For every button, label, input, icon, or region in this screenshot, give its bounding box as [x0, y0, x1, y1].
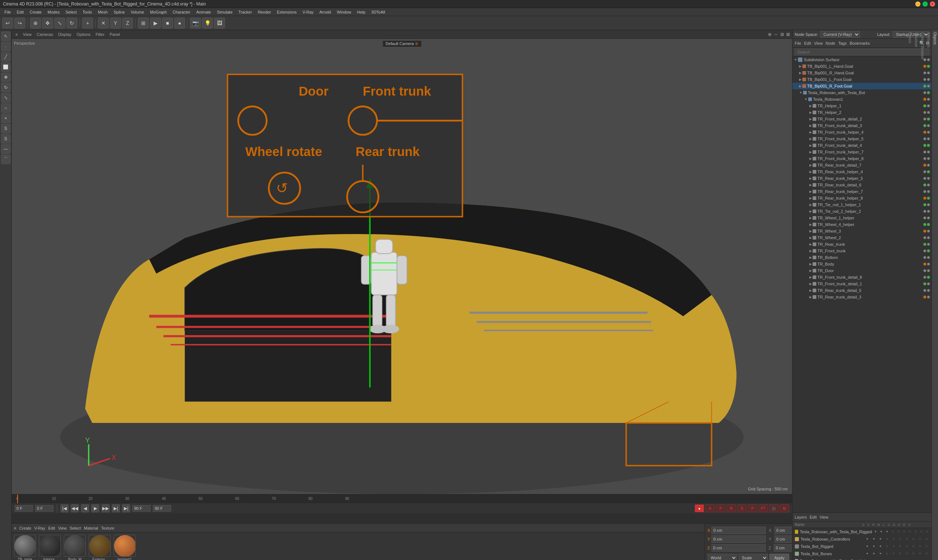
tree-item[interactable]: ▶TR_Body [793, 261, 932, 268]
node-space-select[interactable]: Current (V-Ray) [820, 31, 860, 38]
menu-extensions[interactable]: Extensions [274, 9, 299, 15]
menu-3dtoall[interactable]: 3DToAll [369, 9, 388, 15]
tree-item[interactable]: ▶TR_Wheel_4_helper [793, 221, 932, 228]
y-button[interactable]: Y [110, 18, 121, 29]
tree-item[interactable]: ▶TR_Bottom [793, 254, 932, 261]
motion-key-btn[interactable]: M [780, 504, 789, 512]
tree-item[interactable]: ▶TR_Rear_trunk_helper_5 [793, 175, 932, 182]
tree-item[interactable]: ▶TB_Bip001_L_Foot.Goal [793, 76, 932, 83]
tree-item[interactable]: ▶TR_Wheel_3 [793, 228, 932, 234]
menu-render[interactable]: Render [255, 9, 274, 15]
tree-item[interactable]: ▶TR_Door [793, 268, 932, 274]
end-frame-field[interactable] [132, 505, 151, 512]
menu-simulate[interactable]: Simulate [214, 9, 236, 15]
world-select[interactable]: World [707, 554, 737, 560]
menu-tracker[interactable]: Tracker [236, 9, 255, 15]
record-button[interactable]: ● [174, 18, 185, 29]
pt-key-btn[interactable]: PT [758, 504, 768, 512]
coord-z-field[interactable] [711, 544, 766, 552]
pos-key-btn[interactable]: P [716, 504, 725, 512]
coord-y-field[interactable] [711, 535, 766, 543]
menu-mograph[interactable]: MoGraph [147, 9, 170, 15]
tree-item[interactable]: ▶TR_Wheel_2 [793, 234, 932, 241]
mat-menu-btn[interactable]: ≡ [14, 526, 16, 530]
material-item-2[interactable]: Interior_ [39, 535, 61, 560]
camera-button[interactable]: 📷 [190, 18, 201, 29]
tree-item[interactable]: ▶TR_Rear_trunk_detail_3 [793, 294, 932, 300]
move-button[interactable]: ✥ [42, 18, 53, 29]
tree-item[interactable]: ▶TR_Front_trunk_helper_4 [793, 129, 932, 135]
left-select-btn[interactable]: ↖ [1, 31, 11, 41]
tree-item[interactable]: ▶TR_Front_trunk_helper_5 [793, 135, 932, 142]
play-btn[interactable]: ▶ [91, 504, 99, 512]
material-item-3[interactable]: Body_M [64, 535, 86, 560]
coord-x-field[interactable] [711, 527, 766, 534]
tree-item[interactable]: ▶TR_Rear_trunk_helper_4 [793, 168, 932, 175]
tree-item[interactable]: ▶TR_Tie_rod_1_helper_1 [793, 202, 932, 208]
end-frame-field2[interactable] [153, 505, 171, 512]
mat-select-btn[interactable]: Select [69, 526, 81, 530]
mat-vray-btn[interactable]: V-Ray [34, 526, 45, 530]
tree-item[interactable]: ▶TR_Tie_rod_2_helper_2 [793, 208, 932, 215]
menu-create[interactable]: Create [27, 9, 45, 15]
tree-item[interactable]: ▶TR_Helper_1 [793, 103, 932, 109]
current-frame-field[interactable] [15, 505, 33, 512]
vtab-objects[interactable]: Objects [932, 30, 938, 560]
left-s2-btn[interactable]: S [1, 134, 11, 143]
scale-select[interactable]: Scale [739, 554, 768, 560]
menu-help[interactable]: Help [354, 9, 369, 15]
tree-item[interactable]: ▶TR_Front_trunk [793, 248, 932, 254]
left-rotate-btn[interactable]: ↻ [1, 83, 11, 92]
render-button[interactable]: 🖼 [214, 18, 225, 29]
left-edge-btn[interactable]: ╱ [1, 52, 11, 62]
tree-item[interactable]: ▼Tesla_Robovan_with_Tesla_Bot [793, 89, 932, 96]
apply-button[interactable]: Apply [769, 554, 789, 560]
menu-character[interactable]: Character [170, 9, 193, 15]
prev-frame-btn[interactable]: ◀◀ [71, 504, 79, 512]
material-item-1[interactable]: TB_tesla [14, 535, 36, 560]
menu-v-ray[interactable]: V-Ray [299, 9, 316, 15]
tree-item[interactable]: ▶TR_Helper_2 [793, 109, 932, 116]
menu-tools[interactable]: Tools [80, 9, 95, 15]
menu-file[interactable]: File [2, 9, 14, 15]
tree-item[interactable]: ▶TR_Rear_trunk_helper_8 [793, 195, 932, 202]
ot-node-btn[interactable]: Node [825, 41, 835, 45]
tree-root-item[interactable]: ▼ Subdivision Surface [793, 56, 932, 63]
menu-spline[interactable]: Spline [111, 9, 128, 15]
tree-item[interactable]: ▶TR_Front_trunk_helper_7 [793, 149, 932, 155]
cam-key-btn[interactable]: 🎥 [769, 504, 779, 512]
tree-item[interactable]: ▼Tesla_Robovan1 [793, 96, 932, 103]
goto-start-btn[interactable]: |◀ [60, 504, 69, 512]
left-poly-btn[interactable]: ⬜ [1, 62, 11, 72]
mat-edit-btn[interactable]: Edit [48, 526, 55, 530]
tree-item[interactable]: ▶TB_Bip001_R_Foot.Goal [793, 83, 932, 89]
ot-edit-btn[interactable]: Edit [804, 41, 811, 45]
tree-item[interactable]: ▶TR_Rear_trunk_helper_7 [793, 188, 932, 195]
stop-button[interactable]: ■ [162, 18, 173, 29]
tree-item[interactable]: ▶TR_Front_trunk_detail_3 [793, 122, 932, 129]
left-cam-btn[interactable]: S [1, 124, 11, 133]
tree-item[interactable]: ▶TR_Front_trunk_detail_1 [793, 280, 932, 287]
menu-edit[interactable]: Edit [14, 9, 27, 15]
ot-tags-btn[interactable]: Tags [838, 41, 847, 45]
mat-create-btn[interactable]: Create [19, 526, 31, 530]
vt-options-btn[interactable]: Options [75, 32, 92, 37]
mat-texture-btn[interactable]: Texture [101, 526, 114, 530]
menu-window[interactable]: Window [334, 9, 354, 15]
param-key-btn[interactable]: P [748, 504, 757, 512]
menu-select[interactable]: Select [63, 9, 80, 15]
menu-mesh[interactable]: Mesh [95, 9, 111, 15]
minimize-button[interactable]: — [915, 2, 920, 6]
material-item-4[interactable]: Exterior_ [89, 535, 111, 560]
x-button[interactable]: ✕ [98, 18, 109, 29]
tree-item[interactable]: ▶TR_Rear_trunk [793, 241, 932, 248]
viewport-icon-3[interactable]: ⊞ [781, 32, 784, 37]
auto-key-btn[interactable]: A [705, 504, 715, 512]
menu-animate[interactable]: Animate [193, 9, 214, 15]
goto-end-btn[interactable]: ▶| [122, 504, 130, 512]
tree-item[interactable]: ▶TR_Front_trunk_helper_8 [793, 155, 932, 162]
material-item-5[interactable]: lambert1 [114, 535, 136, 560]
vt-filter-btn[interactable]: Filter [94, 32, 106, 37]
ot-file-btn[interactable]: File [795, 41, 801, 45]
mat-material-btn[interactable]: Material [84, 526, 98, 530]
